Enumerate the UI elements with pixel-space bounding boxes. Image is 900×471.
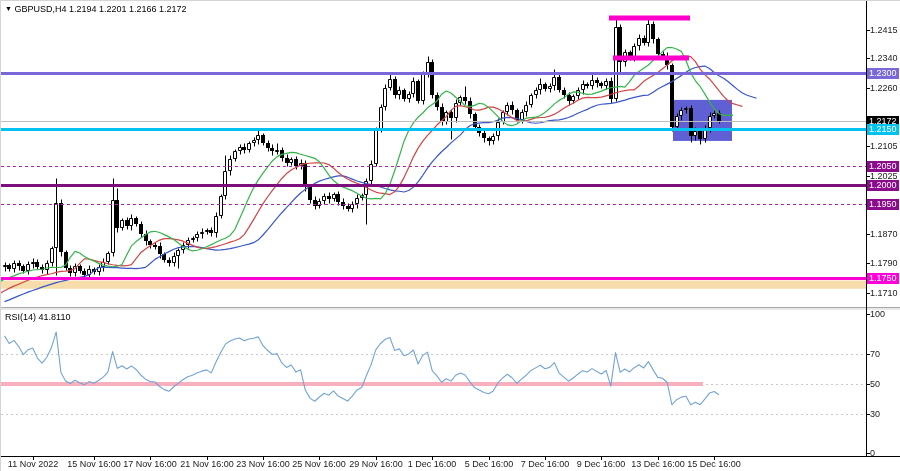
symbol-timeframe-label: GBPUSD,H4	[14, 4, 66, 14]
symbol-ohlc-values: 1.2194 1.2201 1.2166 1.2172	[69, 4, 187, 14]
symbol-dropdown-arrow-icon[interactable]: ▼	[5, 5, 12, 12]
rsi-axis-label: 30	[870, 409, 880, 420]
time-axis-label: 11 Nov 2022	[0, 459, 68, 470]
price-axis-label: 1.1710	[870, 288, 898, 299]
rsi-axis-label: 0	[870, 448, 875, 459]
rsi-indicator-name: RSI(14)	[5, 312, 36, 322]
price-axis-label: 1.1790	[870, 258, 898, 269]
price-axis-label: 1.2000	[867, 180, 899, 191]
price-axis-label: 1.2340	[870, 53, 898, 64]
rsi-axis-label: 50	[870, 379, 880, 390]
price-axis-label: 1.2300	[867, 68, 899, 79]
price-axis-label: 1.2260	[870, 83, 898, 94]
rsi-axis-label: 100	[870, 309, 885, 320]
price-chart-canvas[interactable]	[1, 1, 900, 471]
rsi-axis-label: 70	[870, 349, 880, 360]
symbol-header: ▼ GBPUSD,H4 1.2194 1.2201 1.2166 1.2172	[5, 3, 187, 15]
price-axis-label: 1.1870	[870, 229, 898, 240]
rsi-indicator-header: RSI(14) 41.8110	[5, 312, 70, 323]
price-axis-label: 1.2150	[867, 124, 899, 135]
price-axis-label: 1.1750	[867, 273, 899, 284]
price-axis-label: 1.2415	[870, 25, 898, 36]
price-axis-label: 1.1950	[867, 199, 899, 210]
price-axis-label: 1.2105	[870, 141, 898, 152]
time-axis-label: 15 Dec 16:00	[679, 459, 749, 470]
rsi-indicator-value: 41.8110	[39, 312, 71, 322]
trading-chart-window: ▼ GBPUSD,H4 1.2194 1.2201 1.2166 1.2172 …	[0, 0, 900, 471]
